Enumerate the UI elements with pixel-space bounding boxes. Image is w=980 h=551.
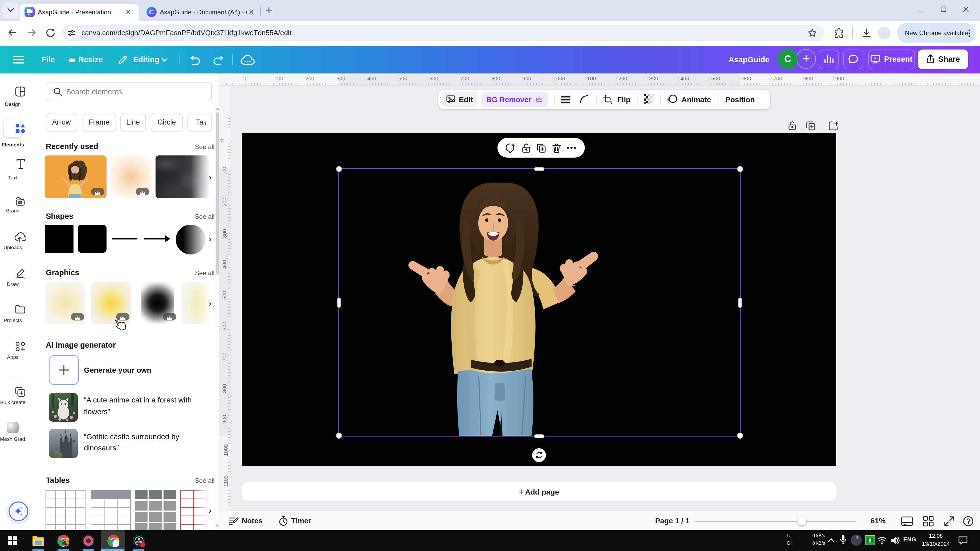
svg-text:co: co (19, 201, 22, 204)
